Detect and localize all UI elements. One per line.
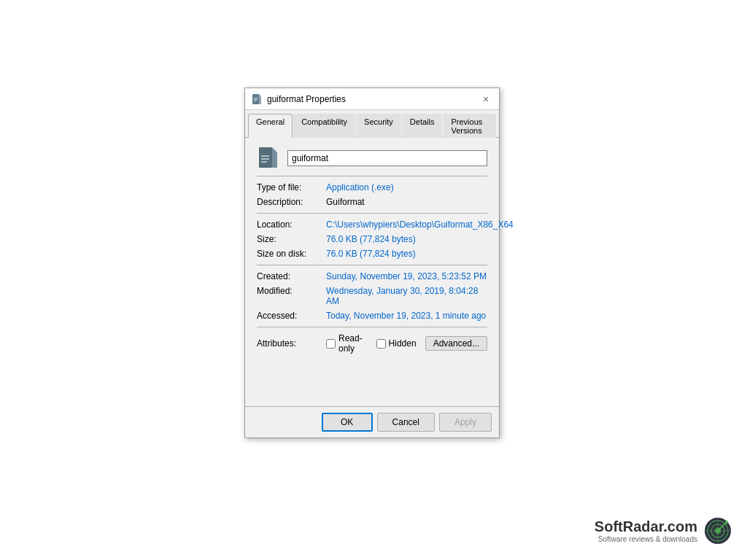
tab-previous-versions[interactable]: Previous Versions bbox=[443, 114, 496, 138]
location-value: C:\Users\whypiers\Desktop\Guiformat_X86_… bbox=[326, 219, 514, 230]
size-on-disk-value: 76.0 KB (77,824 bytes) bbox=[326, 249, 487, 259]
svg-rect-5 bbox=[254, 101, 256, 101]
svg-rect-10 bbox=[261, 158, 269, 160]
file-icon-area bbox=[257, 147, 280, 170]
size-on-disk-label: Size on disk: bbox=[257, 249, 326, 259]
filename-input[interactable] bbox=[287, 150, 487, 166]
location-row: Location: C:\Users\whypiers\Desktop\Guif… bbox=[257, 219, 487, 230]
readonly-checkbox[interactable] bbox=[326, 339, 336, 349]
readonly-label: Read-only bbox=[338, 333, 368, 354]
svg-marker-1 bbox=[259, 94, 261, 96]
softradar-sub-text: Software reviews & downloads bbox=[595, 535, 697, 543]
properties-dialog: guiformat Properties × General Compatibi… bbox=[244, 88, 500, 438]
desktop: guiformat Properties × General Compatibi… bbox=[0, 0, 747, 560]
titlebar-file-icon bbox=[251, 93, 263, 105]
attributes-row: Attributes: Read-only Hidden Advanced... bbox=[257, 333, 487, 354]
close-button[interactable]: × bbox=[479, 92, 493, 106]
hidden-label: Hidden bbox=[389, 338, 417, 349]
accessed-row: Accessed: Today, November 19, 2023, 1 mi… bbox=[257, 311, 487, 321]
tab-general[interactable]: General bbox=[248, 114, 293, 138]
description-row: Description: Guiformat bbox=[257, 197, 487, 207]
divider-4 bbox=[257, 327, 487, 327]
hidden-checkbox-label[interactable]: Hidden bbox=[376, 338, 417, 349]
svg-rect-8 bbox=[272, 152, 277, 168]
titlebar: guiformat Properties × bbox=[245, 88, 499, 110]
divider-2 bbox=[257, 213, 487, 214]
svg-rect-4 bbox=[254, 99, 258, 100]
modified-row: Modified: Wednesday, January 30, 2019, 8… bbox=[257, 286, 487, 306]
created-row: Created: Sunday, November 19, 2023, 5:23… bbox=[257, 271, 487, 281]
created-label: Created: bbox=[257, 271, 326, 281]
svg-rect-2 bbox=[259, 96, 261, 104]
svg-rect-11 bbox=[261, 161, 267, 163]
apply-button[interactable]: Apply bbox=[439, 413, 492, 432]
readonly-checkbox-label[interactable]: Read-only bbox=[326, 333, 368, 354]
softradar-text: SoftRadar.com Software reviews & downloa… bbox=[595, 518, 697, 543]
file-header bbox=[257, 147, 487, 170]
svg-rect-6 bbox=[259, 147, 272, 168]
type-row: Type of file: Application (.exe) bbox=[257, 182, 487, 192]
accessed-value: Today, November 19, 2023, 1 minute ago bbox=[326, 311, 487, 321]
tab-security[interactable]: Security bbox=[356, 114, 401, 138]
size-row: Size: 76.0 KB (77,824 bytes) bbox=[257, 234, 487, 244]
tab-compatibility[interactable]: Compatibility bbox=[293, 114, 355, 138]
type-value: Application (.exe) bbox=[326, 182, 487, 192]
modified-value: Wednesday, January 30, 2019, 8:04:28 AM bbox=[326, 286, 487, 306]
titlebar-left: guiformat Properties bbox=[251, 93, 346, 105]
svg-point-18 bbox=[725, 521, 728, 524]
tab-details[interactable]: Details bbox=[402, 114, 443, 138]
size-value: 76.0 KB (77,824 bytes) bbox=[326, 234, 487, 244]
exe-file-icon bbox=[257, 147, 280, 170]
button-bar: OK Cancel Apply bbox=[245, 406, 499, 438]
divider-3 bbox=[257, 265, 487, 265]
type-label: Type of file: bbox=[257, 182, 326, 192]
divider-1 bbox=[257, 176, 487, 176]
tabbar: General Compatibility Security Details P… bbox=[245, 110, 499, 138]
dialog-title: guiformat Properties bbox=[267, 94, 346, 104]
attributes-label: Attributes: bbox=[257, 338, 326, 349]
size-on-disk-row: Size on disk: 76.0 KB (77,824 bytes) bbox=[257, 249, 487, 259]
size-label: Size: bbox=[257, 234, 326, 244]
cancel-button[interactable]: Cancel bbox=[377, 413, 435, 432]
created-value: Sunday, November 19, 2023, 5:23:52 PM bbox=[326, 271, 487, 281]
softradar-watermark: SoftRadar.com Software reviews & downloa… bbox=[595, 516, 732, 545]
location-label: Location: bbox=[257, 219, 326, 230]
svg-marker-7 bbox=[272, 147, 277, 152]
svg-point-19 bbox=[716, 529, 720, 533]
tab-content: Type of file: Application (.exe) Descrip… bbox=[245, 138, 499, 406]
spacer bbox=[257, 354, 487, 397]
advanced-button[interactable]: Advanced... bbox=[425, 336, 487, 351]
ok-button[interactable]: OK bbox=[322, 413, 373, 432]
accessed-label: Accessed: bbox=[257, 311, 326, 321]
description-value: Guiformat bbox=[326, 197, 487, 207]
modified-label: Modified: bbox=[257, 286, 326, 296]
radar-icon bbox=[703, 516, 732, 545]
svg-rect-9 bbox=[261, 155, 269, 157]
softradar-main-text: SoftRadar.com bbox=[595, 518, 697, 535]
description-label: Description: bbox=[257, 197, 326, 207]
hidden-checkbox[interactable] bbox=[376, 339, 386, 349]
svg-rect-3 bbox=[254, 98, 258, 98]
